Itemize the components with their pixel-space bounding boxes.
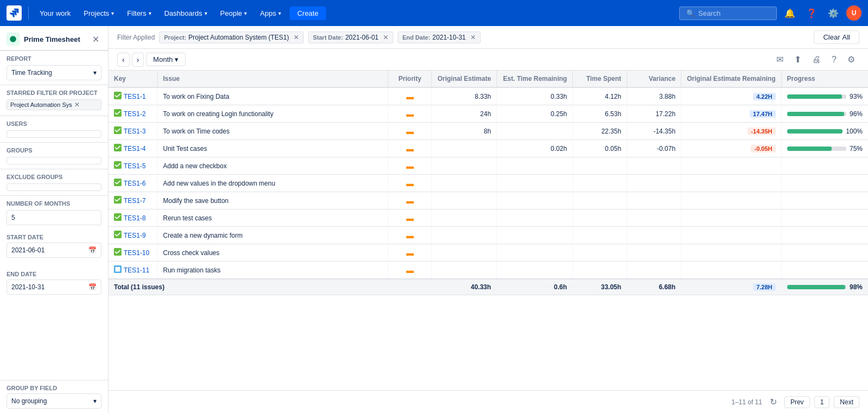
next-page-btn[interactable]: Next <box>834 396 859 408</box>
email-icon-btn[interactable]: ✉ <box>772 52 788 67</box>
col-header-variance: Variance <box>627 71 681 87</box>
issue-key-link[interactable]: TES1-10 <box>124 249 149 257</box>
end-date-label: End Date <box>7 271 101 277</box>
cell-priority: ▬ <box>388 140 432 157</box>
exclude-groups-input[interactable] <box>7 183 101 191</box>
cell-est-rem: 0.33h <box>497 87 573 105</box>
progress-pct: 96% <box>850 110 863 118</box>
groupby-select[interactable]: No grouping ▾ <box>7 393 101 409</box>
issue-key-link[interactable]: TES1-9 <box>124 232 146 239</box>
remove-start-date-filter[interactable]: ✕ <box>383 34 388 41</box>
total-orig-est-rem-chip: 7.28H <box>753 283 775 291</box>
cell-key: TES1-8 <box>108 209 157 227</box>
app-title: Prime Timesheet <box>24 35 80 43</box>
cell-priority: ▬ <box>388 105 432 123</box>
issue-key-link[interactable]: TES1-4 <box>124 145 146 153</box>
cell-issue: Create a new dynamic form <box>157 227 388 244</box>
toolbar: ‹ › Month ▾ ✉ ⬆ 🖨 ? ⚙ <box>108 49 868 71</box>
month-selector-btn[interactable]: Month ▾ <box>146 53 186 66</box>
table-header-row: Key Issue Priority Original Estimate Est… <box>108 71 868 87</box>
table-row: TES1-4 Unit Test cases ▬ 0.02h 0.05h -0.… <box>108 140 868 157</box>
prev-page-btn[interactable]: Prev <box>784 396 810 408</box>
users-input[interactable] <box>7 130 101 138</box>
progress-pct: 75% <box>850 145 863 153</box>
user-avatar[interactable]: U <box>846 5 861 21</box>
priority-medium-icon: ▬ <box>406 214 414 223</box>
dashboards-btn[interactable]: Dashboards▾ <box>160 7 212 20</box>
help-icon-btn[interactable]: ? <box>827 53 841 67</box>
start-date-value: 2021-06-01 <box>11 246 44 254</box>
total-variance: 6.68h <box>627 279 681 295</box>
help-btn[interactable]: ❓ <box>803 6 820 21</box>
issue-key-link[interactable]: TES1-8 <box>124 214 146 222</box>
create-btn[interactable]: Create <box>290 7 326 20</box>
cell-orig-est <box>432 175 497 192</box>
issue-key-link[interactable]: TES1-11 <box>124 266 149 274</box>
report-selector[interactable]: Time Tracking ▾ <box>7 65 101 80</box>
project-filter-value: Project Automation System (TES1) <box>188 34 289 41</box>
search-box[interactable]: 🔍 Search <box>679 7 777 20</box>
remove-filter-icon[interactable]: ✕ <box>74 101 80 109</box>
settings-btn[interactable]: ⚙️ <box>825 6 842 21</box>
end-date-input[interactable]: 2021-10-31 📅 <box>7 279 101 295</box>
apps-btn[interactable]: Apps▾ <box>256 7 285 20</box>
cell-key: TES1-4 <box>108 140 157 157</box>
groups-label: Groups <box>7 147 101 154</box>
clear-label: Clear <box>823 33 840 41</box>
notifications-btn[interactable]: 🔔 <box>781 6 799 21</box>
people-btn[interactable]: People▾ <box>216 7 251 20</box>
clear-all-btn[interactable]: Clear All <box>814 30 859 44</box>
share-icon-btn[interactable]: ⬆ <box>790 52 806 67</box>
start-date-input[interactable]: 2021-06-01 📅 <box>7 243 101 258</box>
config-icon-btn[interactable]: ⚙ <box>843 52 859 67</box>
cell-variance <box>627 244 681 262</box>
col-header-est-rem: Est. Time Remaining <box>497 71 573 87</box>
filters-btn[interactable]: Filters▾ <box>123 7 155 20</box>
your-work-btn[interactable]: Your work <box>35 7 75 20</box>
cell-orig-est: 24h <box>432 105 497 123</box>
issue-key-link[interactable]: TES1-2 <box>124 110 146 118</box>
issue-key-link[interactable]: TES1-3 <box>124 128 146 135</box>
next-nav-btn[interactable]: › <box>132 53 144 67</box>
issue-key-link[interactable]: TES1-7 <box>124 197 146 205</box>
issue-key-link[interactable]: TES1-5 <box>124 162 146 170</box>
cell-issue: Modify the save button <box>157 192 388 209</box>
cell-orig-est <box>432 209 497 227</box>
prev-nav-btn[interactable]: ‹ <box>117 53 130 67</box>
table-row: TES1-2 To work on creating Login functio… <box>108 105 868 123</box>
groupby-label: Group By Field <box>7 385 101 391</box>
cell-priority: ▬ <box>388 123 432 140</box>
cell-issue: To work on Fixing Data <box>157 87 388 105</box>
num-months-input[interactable] <box>7 210 101 225</box>
main-content: Filter Applied Project: Project Automati… <box>108 26 868 413</box>
sidebar-close-btn[interactable]: ✕ <box>90 33 101 46</box>
starred-filter-tag[interactable]: Project Automation Sys ✕ <box>7 99 101 110</box>
projects-btn[interactable]: Projects▾ <box>79 7 118 20</box>
svg-rect-12 <box>116 267 120 272</box>
search-icon: 🔍 <box>686 9 695 17</box>
chevron-down-icon-2: ▾ <box>93 397 97 405</box>
page-1-btn[interactable]: 1 <box>814 396 830 408</box>
print-icon-btn[interactable]: 🖨 <box>808 53 825 67</box>
issue-key-link[interactable]: TES1-6 <box>124 180 146 187</box>
cell-est-rem: 0.02h <box>497 140 573 157</box>
cell-priority: ▬ <box>388 209 432 227</box>
remove-project-filter[interactable]: ✕ <box>293 34 299 41</box>
cell-est-rem <box>497 227 573 244</box>
issue-type-icon <box>114 213 122 223</box>
cell-est-rem <box>497 262 573 279</box>
cell-orig-est-rem <box>681 262 781 279</box>
cell-issue: Addd a new checkbox <box>157 157 388 175</box>
cell-est-rem <box>497 157 573 175</box>
cell-issue: Unit Test cases <box>157 140 388 157</box>
progress-pct: 100% <box>846 128 863 135</box>
users-section: Users <box>0 116 108 142</box>
issue-key-link[interactable]: TES1-1 <box>124 93 146 100</box>
pagination-info: 1–11 of 11 <box>731 398 762 406</box>
total-progress-pct: 98% <box>850 283 863 291</box>
remove-end-date-filter[interactable]: ✕ <box>470 34 476 41</box>
total-label: Total (11 issues) <box>108 279 432 295</box>
priority-medium-icon: ▬ <box>406 127 414 136</box>
groups-input[interactable] <box>7 157 101 164</box>
refresh-btn[interactable]: ↻ <box>767 395 780 409</box>
